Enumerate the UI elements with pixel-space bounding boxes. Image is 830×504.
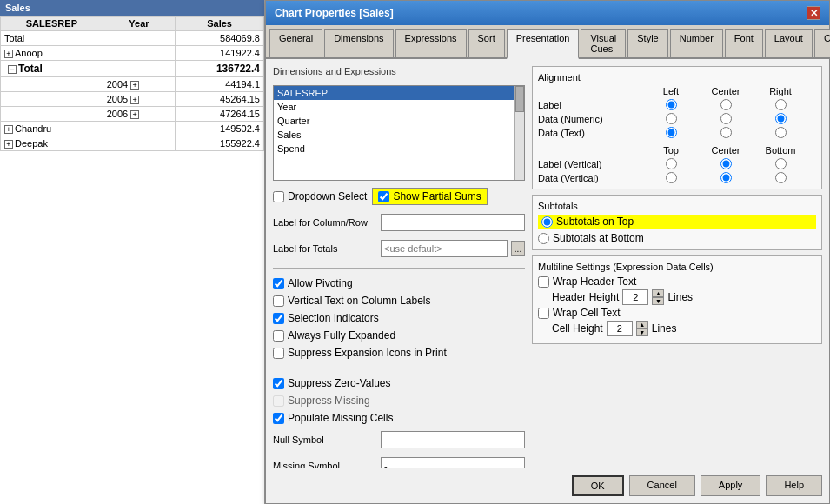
vertical-text-input[interactable] [273,295,284,307]
label-totals-input[interactable] [381,240,508,257]
dialog-title-text: Chart Properties [Sales] [275,7,394,19]
expand-btn[interactable]: + [130,96,139,104]
show-partial-sums-checkbox[interactable]: Show Partial Sums [372,188,487,205]
align-header-center2: Center [700,145,752,156]
expand-btn[interactable]: + [4,125,13,134]
tab-number[interactable]: Number [670,29,723,57]
collapse-btn[interactable]: − [8,65,17,74]
numeric-align-center[interactable] [720,113,732,124]
tab-dimensions[interactable]: Dimensions [324,29,393,57]
always-expanded-input[interactable] [273,330,284,342]
wrap-cell-input[interactable] [538,308,549,319]
text-align-left[interactable] [666,127,677,138]
selection-indicators-checkbox[interactable]: Selection Indicators [273,312,525,324]
close-button[interactable]: ✕ [807,6,820,20]
cell-height-row: Cell Height ▲ ▼ Lines [538,321,816,336]
browse-button[interactable]: ... [511,241,525,256]
null-symbol-input[interactable] [381,431,525,448]
dropdown-select-checkbox[interactable]: Dropdown Select [273,190,367,202]
wrap-cell-row: Wrap Cell Text [538,307,816,319]
suppress-expansion-checkbox[interactable]: Suppress Expansion Icons in Print [273,347,525,359]
wrap-header-checkbox[interactable]: Wrap Header Text [538,275,636,288]
allow-pivoting-checkbox[interactable]: Allow Pivoting [273,277,525,289]
dimensions-section-title: Dimensions and Expressions [273,66,525,76]
apply-button[interactable]: Apply [701,475,761,496]
populate-missing-input[interactable] [273,413,284,424]
label-col-row-input[interactable] [381,214,525,231]
header-height-up[interactable]: ▲ [652,289,664,297]
right-panel: Alignment Left Center Right Label Data (… [532,66,822,483]
tab-visual-cues[interactable]: Visual Cues [581,29,626,57]
tab-layout[interactable]: Layout [765,29,813,57]
header-height-down[interactable]: ▼ [652,297,664,305]
col-header-sales: Sales [176,17,264,31]
dim-item-salesrep[interactable]: SALESREP [274,86,524,100]
dim-item-spend[interactable]: Spend [274,142,524,156]
expand-btn[interactable]: + [4,140,13,149]
cell-height-input[interactable] [607,321,633,336]
suppress-expansion-input[interactable] [273,348,284,359]
header-height-input[interactable] [622,289,648,305]
label-totals-row: Label for Totals ... [273,240,525,257]
cancel-button[interactable]: Cancel [629,475,695,496]
populate-missing-checkbox[interactable]: Populate Missing Cells [273,412,525,424]
col-header-year: Year [103,17,176,31]
dropdown-select-input[interactable] [273,191,284,202]
tab-caption[interactable]: Caption [814,29,830,57]
text-align-right[interactable] [775,127,787,138]
dimensions-list[interactable]: SALESREP Year Quarter Sales Spend [273,85,525,181]
numeric-align-left[interactable] [666,113,677,124]
dim-item-sales[interactable]: Sales [274,128,524,142]
tab-presentation[interactable]: Presentation [507,29,580,59]
always-expanded-checkbox[interactable]: Always Fully Expanded [273,329,525,342]
selection-indicators-input[interactable] [273,313,284,324]
alignment-title: Alignment [538,72,816,83]
suppress-zero-checkbox[interactable]: Suppress Zero-Values [273,377,525,389]
background-table-area: Sales SALESREP Year Sales Total 584069.8… [0,0,265,504]
align-header-right: Right [754,86,807,96]
suppress-missing-checkbox[interactable]: Suppress Missing [273,395,525,407]
subtotals-bottom-radio[interactable] [538,233,549,244]
wrap-cell-checkbox[interactable]: Wrap Cell Text [538,307,621,319]
show-partial-sums-input[interactable] [378,191,389,202]
expand-btn[interactable]: + [130,110,139,119]
allow-pivoting-input[interactable] [273,278,284,289]
help-button[interactable]: Help [766,475,822,496]
chart-properties-dialog: Chart Properties [Sales] ✕ General Dimen… [265,0,830,504]
vert-label-align-center[interactable] [720,158,732,169]
vert-label-align-top[interactable] [666,158,677,169]
wrap-header-row: Wrap Header Text [538,275,816,288]
tab-general[interactable]: General [269,29,322,57]
subtotals-at-bottom-label[interactable]: Subtotals at Bottom [538,232,816,244]
align-header-center: Center [700,86,752,96]
vert-data-align-bottom[interactable] [775,172,787,183]
text-align-center[interactable] [720,127,732,138]
vert-label-align-bottom[interactable] [775,158,787,169]
tab-style[interactable]: Style [627,29,667,57]
scrollbar-thumb[interactable] [515,86,524,112]
tab-font[interactable]: Font [725,29,763,57]
subtotals-on-top-label[interactable]: Subtotals on Top [538,215,816,229]
alignment-grid: Left Center Right Label Data (Numeric) D… [538,86,816,138]
dim-item-quarter[interactable]: Quarter [274,114,524,128]
expand-btn[interactable]: + [130,81,139,90]
dim-item-year[interactable]: Year [274,100,524,114]
wrap-header-input[interactable] [538,276,549,288]
tab-expressions[interactable]: Expressions [395,29,467,57]
suppress-zero-input[interactable] [273,378,284,389]
vertical-text-checkbox[interactable]: Vertical Text on Column Labels [273,295,525,307]
numeric-align-right[interactable] [775,113,787,124]
tab-sort[interactable]: Sort [468,29,505,57]
list-scrollbar[interactable] [514,86,524,180]
subtotals-top-radio[interactable] [541,216,553,228]
vert-data-align-top[interactable] [666,172,677,183]
label-align-right[interactable] [775,99,787,110]
ok-button[interactable]: OK [572,475,624,496]
cell-height-up[interactable]: ▲ [636,321,648,328]
label-align-center[interactable] [720,99,732,110]
expand-btn[interactable]: + [4,50,13,58]
alignment-box: Alignment Left Center Right Label Data (… [532,66,822,189]
label-align-left[interactable] [666,99,677,110]
vert-data-align-center[interactable] [720,172,732,183]
cell-height-down[interactable]: ▼ [636,328,648,336]
